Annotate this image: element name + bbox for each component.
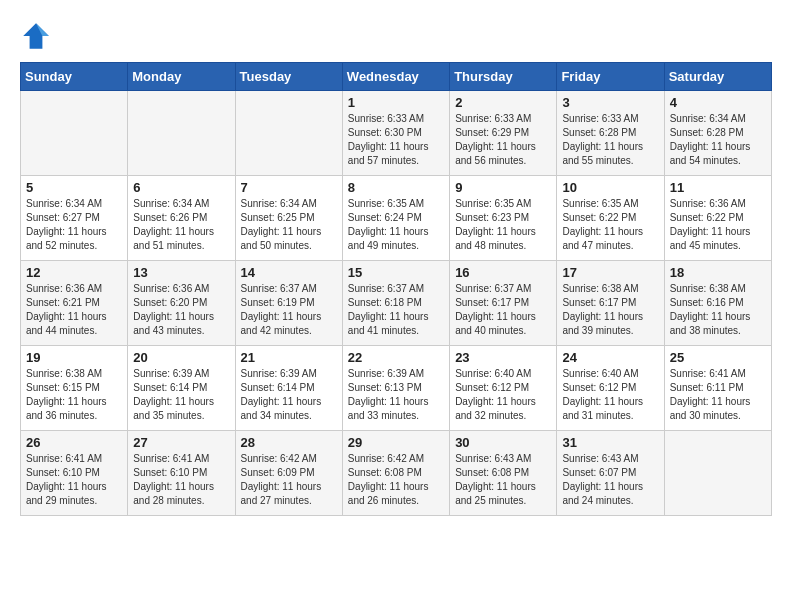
- day-number: 7: [241, 180, 337, 195]
- day-number: 21: [241, 350, 337, 365]
- day-number: 19: [26, 350, 122, 365]
- day-number: 23: [455, 350, 551, 365]
- day-number: 5: [26, 180, 122, 195]
- day-number: 31: [562, 435, 658, 450]
- calendar-cell: 14Sunrise: 6:37 AM Sunset: 6:19 PM Dayli…: [235, 261, 342, 346]
- day-info: Sunrise: 6:34 AM Sunset: 6:27 PM Dayligh…: [26, 197, 122, 253]
- day-info: Sunrise: 6:36 AM Sunset: 6:20 PM Dayligh…: [133, 282, 229, 338]
- day-number: 11: [670, 180, 766, 195]
- week-row-2: 5Sunrise: 6:34 AM Sunset: 6:27 PM Daylig…: [21, 176, 772, 261]
- calendar-cell: 2Sunrise: 6:33 AM Sunset: 6:29 PM Daylig…: [450, 91, 557, 176]
- day-info: Sunrise: 6:35 AM Sunset: 6:24 PM Dayligh…: [348, 197, 444, 253]
- day-info: Sunrise: 6:41 AM Sunset: 6:10 PM Dayligh…: [133, 452, 229, 508]
- calendar-cell: [235, 91, 342, 176]
- day-number: 3: [562, 95, 658, 110]
- day-number: 2: [455, 95, 551, 110]
- week-row-5: 26Sunrise: 6:41 AM Sunset: 6:10 PM Dayli…: [21, 431, 772, 516]
- day-info: Sunrise: 6:37 AM Sunset: 6:17 PM Dayligh…: [455, 282, 551, 338]
- day-number: 8: [348, 180, 444, 195]
- day-info: Sunrise: 6:36 AM Sunset: 6:21 PM Dayligh…: [26, 282, 122, 338]
- header-monday: Monday: [128, 63, 235, 91]
- day-number: 20: [133, 350, 229, 365]
- day-info: Sunrise: 6:34 AM Sunset: 6:25 PM Dayligh…: [241, 197, 337, 253]
- day-info: Sunrise: 6:35 AM Sunset: 6:22 PM Dayligh…: [562, 197, 658, 253]
- day-number: 9: [455, 180, 551, 195]
- day-number: 25: [670, 350, 766, 365]
- day-info: Sunrise: 6:40 AM Sunset: 6:12 PM Dayligh…: [562, 367, 658, 423]
- calendar-table: SundayMondayTuesdayWednesdayThursdayFrid…: [20, 62, 772, 516]
- day-info: Sunrise: 6:40 AM Sunset: 6:12 PM Dayligh…: [455, 367, 551, 423]
- calendar-cell: 16Sunrise: 6:37 AM Sunset: 6:17 PM Dayli…: [450, 261, 557, 346]
- calendar-cell: 31Sunrise: 6:43 AM Sunset: 6:07 PM Dayli…: [557, 431, 664, 516]
- header-thursday: Thursday: [450, 63, 557, 91]
- header-friday: Friday: [557, 63, 664, 91]
- calendar-cell: 5Sunrise: 6:34 AM Sunset: 6:27 PM Daylig…: [21, 176, 128, 261]
- calendar-cell: 9Sunrise: 6:35 AM Sunset: 6:23 PM Daylig…: [450, 176, 557, 261]
- calendar-cell: 11Sunrise: 6:36 AM Sunset: 6:22 PM Dayli…: [664, 176, 771, 261]
- day-info: Sunrise: 6:41 AM Sunset: 6:10 PM Dayligh…: [26, 452, 122, 508]
- day-info: Sunrise: 6:33 AM Sunset: 6:28 PM Dayligh…: [562, 112, 658, 168]
- day-number: 4: [670, 95, 766, 110]
- day-info: Sunrise: 6:38 AM Sunset: 6:17 PM Dayligh…: [562, 282, 658, 338]
- day-number: 15: [348, 265, 444, 280]
- calendar-cell: 30Sunrise: 6:43 AM Sunset: 6:08 PM Dayli…: [450, 431, 557, 516]
- day-number: 10: [562, 180, 658, 195]
- header-saturday: Saturday: [664, 63, 771, 91]
- calendar-cell: 23Sunrise: 6:40 AM Sunset: 6:12 PM Dayli…: [450, 346, 557, 431]
- calendar-cell: 21Sunrise: 6:39 AM Sunset: 6:14 PM Dayli…: [235, 346, 342, 431]
- day-number: 16: [455, 265, 551, 280]
- day-info: Sunrise: 6:38 AM Sunset: 6:16 PM Dayligh…: [670, 282, 766, 338]
- calendar-cell: 3Sunrise: 6:33 AM Sunset: 6:28 PM Daylig…: [557, 91, 664, 176]
- day-info: Sunrise: 6:39 AM Sunset: 6:14 PM Dayligh…: [133, 367, 229, 423]
- day-info: Sunrise: 6:42 AM Sunset: 6:09 PM Dayligh…: [241, 452, 337, 508]
- day-number: 12: [26, 265, 122, 280]
- logo-icon: [20, 20, 52, 52]
- calendar-cell: 20Sunrise: 6:39 AM Sunset: 6:14 PM Dayli…: [128, 346, 235, 431]
- calendar-cell: 26Sunrise: 6:41 AM Sunset: 6:10 PM Dayli…: [21, 431, 128, 516]
- calendar-cell: 29Sunrise: 6:42 AM Sunset: 6:08 PM Dayli…: [342, 431, 449, 516]
- day-number: 6: [133, 180, 229, 195]
- calendar-cell: 13Sunrise: 6:36 AM Sunset: 6:20 PM Dayli…: [128, 261, 235, 346]
- day-info: Sunrise: 6:37 AM Sunset: 6:18 PM Dayligh…: [348, 282, 444, 338]
- calendar-cell: 22Sunrise: 6:39 AM Sunset: 6:13 PM Dayli…: [342, 346, 449, 431]
- day-info: Sunrise: 6:43 AM Sunset: 6:08 PM Dayligh…: [455, 452, 551, 508]
- day-info: Sunrise: 6:37 AM Sunset: 6:19 PM Dayligh…: [241, 282, 337, 338]
- calendar-cell: 27Sunrise: 6:41 AM Sunset: 6:10 PM Dayli…: [128, 431, 235, 516]
- day-number: 22: [348, 350, 444, 365]
- day-info: Sunrise: 6:33 AM Sunset: 6:29 PM Dayligh…: [455, 112, 551, 168]
- day-info: Sunrise: 6:38 AM Sunset: 6:15 PM Dayligh…: [26, 367, 122, 423]
- day-number: 24: [562, 350, 658, 365]
- calendar-header-row: SundayMondayTuesdayWednesdayThursdayFrid…: [21, 63, 772, 91]
- calendar-cell: 6Sunrise: 6:34 AM Sunset: 6:26 PM Daylig…: [128, 176, 235, 261]
- calendar-cell: 15Sunrise: 6:37 AM Sunset: 6:18 PM Dayli…: [342, 261, 449, 346]
- calendar-cell: 24Sunrise: 6:40 AM Sunset: 6:12 PM Dayli…: [557, 346, 664, 431]
- page-header: [20, 20, 772, 52]
- calendar-cell: 25Sunrise: 6:41 AM Sunset: 6:11 PM Dayli…: [664, 346, 771, 431]
- calendar-cell: 12Sunrise: 6:36 AM Sunset: 6:21 PM Dayli…: [21, 261, 128, 346]
- calendar-cell: [21, 91, 128, 176]
- calendar-cell: 7Sunrise: 6:34 AM Sunset: 6:25 PM Daylig…: [235, 176, 342, 261]
- day-number: 28: [241, 435, 337, 450]
- day-info: Sunrise: 6:42 AM Sunset: 6:08 PM Dayligh…: [348, 452, 444, 508]
- day-info: Sunrise: 6:34 AM Sunset: 6:28 PM Dayligh…: [670, 112, 766, 168]
- calendar-cell: 17Sunrise: 6:38 AM Sunset: 6:17 PM Dayli…: [557, 261, 664, 346]
- calendar-cell: 19Sunrise: 6:38 AM Sunset: 6:15 PM Dayli…: [21, 346, 128, 431]
- day-info: Sunrise: 6:35 AM Sunset: 6:23 PM Dayligh…: [455, 197, 551, 253]
- logo: [20, 20, 58, 52]
- calendar-cell: [664, 431, 771, 516]
- header-sunday: Sunday: [21, 63, 128, 91]
- day-number: 17: [562, 265, 658, 280]
- week-row-4: 19Sunrise: 6:38 AM Sunset: 6:15 PM Dayli…: [21, 346, 772, 431]
- day-info: Sunrise: 6:36 AM Sunset: 6:22 PM Dayligh…: [670, 197, 766, 253]
- header-wednesday: Wednesday: [342, 63, 449, 91]
- calendar-cell: 28Sunrise: 6:42 AM Sunset: 6:09 PM Dayli…: [235, 431, 342, 516]
- calendar-cell: 8Sunrise: 6:35 AM Sunset: 6:24 PM Daylig…: [342, 176, 449, 261]
- day-info: Sunrise: 6:39 AM Sunset: 6:13 PM Dayligh…: [348, 367, 444, 423]
- calendar-cell: [128, 91, 235, 176]
- header-tuesday: Tuesday: [235, 63, 342, 91]
- day-number: 29: [348, 435, 444, 450]
- week-row-3: 12Sunrise: 6:36 AM Sunset: 6:21 PM Dayli…: [21, 261, 772, 346]
- day-number: 14: [241, 265, 337, 280]
- day-info: Sunrise: 6:34 AM Sunset: 6:26 PM Dayligh…: [133, 197, 229, 253]
- calendar-cell: 10Sunrise: 6:35 AM Sunset: 6:22 PM Dayli…: [557, 176, 664, 261]
